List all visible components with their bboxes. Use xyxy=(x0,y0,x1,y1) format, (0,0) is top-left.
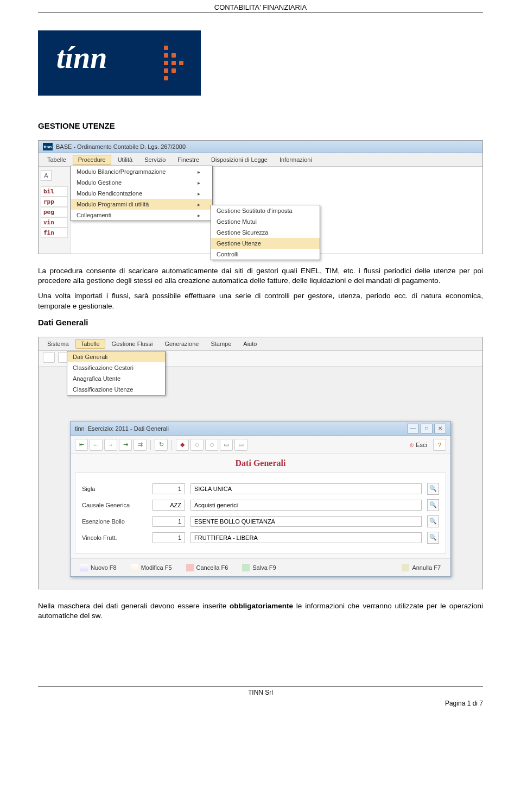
section-title-dati-generali: Dati Generali xyxy=(38,318,483,327)
desc-input[interactable] xyxy=(190,483,422,494)
dialog-toolbar: ⇤ ← → ⇥ ⇉ ↻ ◆ ◇ ◇ ▭ ▭ ⎋ Esci xyxy=(71,436,450,454)
menu-item[interactable]: Gestione Mutui xyxy=(211,216,320,227)
logo-dots-icon xyxy=(164,46,183,80)
lookup-icon[interactable]: 🔍 xyxy=(427,499,439,511)
footer-page-number: Pagina 1 di 7 xyxy=(38,700,483,707)
field-label: Causale Generica xyxy=(82,502,147,508)
sidebar-tabs: A bilrpppegvinfin xyxy=(39,167,71,254)
field-label: Sigla xyxy=(82,486,147,492)
nav-first-icon[interactable]: ⇤ xyxy=(75,439,88,451)
footer-button[interactable]: Annulla F7 xyxy=(397,562,445,573)
submenu-arrow-icon: ▸ xyxy=(198,212,200,218)
menu-item[interactable]: Sistema xyxy=(42,339,74,349)
footer-button[interactable]: Modifica F5 xyxy=(126,562,176,573)
menu-item[interactable]: Dati Generali xyxy=(67,351,165,362)
menu-item[interactable]: Modulo Gestione▸ xyxy=(71,177,212,188)
nav-jump-icon[interactable]: ⇉ xyxy=(134,439,147,451)
menu-item[interactable]: Anagrafica Utente xyxy=(67,373,165,384)
menu-item[interactable]: Procedure xyxy=(73,155,111,165)
menu-item[interactable]: Utilità xyxy=(112,155,138,165)
exit-button[interactable]: ⎋ Esci xyxy=(405,440,431,449)
dropdown-programmi-utilita: Gestione Sostituto d'impostaGestione Mut… xyxy=(211,205,320,260)
menu-item[interactable]: Gestione Sostituto d'imposta xyxy=(211,205,320,216)
menubar-2: SistemaTabelleGestione FlussiGenerazione… xyxy=(39,337,482,351)
menu-item[interactable]: Modulo Rendicontazione▸ xyxy=(71,188,212,199)
menu-item[interactable]: Informazioni xyxy=(274,155,317,165)
form-row: Sigla🔍 xyxy=(82,483,439,495)
lookup-icon[interactable]: 🔍 xyxy=(427,483,439,495)
tool-icon[interactable]: ◇ xyxy=(190,439,204,451)
menu-item[interactable]: Stampe xyxy=(205,339,237,349)
code-input[interactable] xyxy=(153,532,185,543)
refresh-icon[interactable]: ↻ xyxy=(155,439,168,451)
menu-item[interactable]: Finestre xyxy=(172,155,205,165)
nav-next-icon[interactable]: → xyxy=(104,439,117,451)
menu-item[interactable]: Controlli xyxy=(211,249,320,260)
footer-button[interactable]: Cancella F6 xyxy=(182,562,233,573)
sidebar-tab[interactable]: rpp xyxy=(41,197,68,207)
menu-item[interactable]: Disposizioni di Legge xyxy=(206,155,273,165)
menu-item[interactable]: Servizio xyxy=(139,155,171,165)
footer-button[interactable]: Salva F9 xyxy=(238,562,280,573)
tool-icon[interactable]: ▭ xyxy=(220,439,233,451)
screenshot-dati-generali: SistemaTabelleGestione FlussiGenerazione… xyxy=(38,337,483,589)
sidebar-tab[interactable]: bil xyxy=(41,186,68,197)
paragraph-dati-generali: Nella maschera dei dati generali devono … xyxy=(38,601,483,621)
app-icon: tinn xyxy=(43,143,53,150)
code-input[interactable] xyxy=(153,483,185,494)
dialog-heading: Dati Generali xyxy=(71,454,450,470)
nav-last-icon[interactable]: ⇥ xyxy=(119,439,132,451)
close-icon[interactable]: ✕ xyxy=(434,424,446,433)
menu-item[interactable]: Tabelle xyxy=(75,339,105,349)
desc-input[interactable] xyxy=(190,500,422,511)
code-input[interactable] xyxy=(153,516,185,527)
desc-input[interactable] xyxy=(190,532,422,543)
form-row: Esenzione Bollo🔍 xyxy=(82,515,439,527)
button-icon xyxy=(186,564,194,571)
field-label: Esenzione Bollo xyxy=(82,518,147,525)
menu-item[interactable]: Gestione Flussi xyxy=(106,339,158,349)
help-icon[interactable]: ? xyxy=(433,439,446,451)
maximize-icon[interactable]: □ xyxy=(421,424,433,433)
screenshot-menu-navigation: tinn BASE - Ordinamento Contabile D. Lgs… xyxy=(38,140,483,254)
menu-item[interactable]: Gestione Utenze xyxy=(211,238,320,249)
button-icon xyxy=(131,564,138,571)
menu-item[interactable]: Collegamenti▸ xyxy=(71,210,212,221)
app-icon: tinn xyxy=(75,425,85,432)
nav-prev-icon[interactable]: ← xyxy=(90,439,103,451)
menu-item[interactable]: Aiuto xyxy=(238,339,262,349)
lookup-icon[interactable]: 🔍 xyxy=(427,532,439,544)
tool-icon[interactable]: ◇ xyxy=(205,439,218,451)
menu-item[interactable]: Modulo Programmi di utilità▸ xyxy=(71,199,212,210)
dropdown-tabelle: Dati GeneraliClassificazione GestoriAnag… xyxy=(67,351,166,395)
footer-button[interactable]: Nuovo F8 xyxy=(76,562,121,573)
field-label: Vincolo Frutt. xyxy=(82,534,147,541)
window-titlebar: tinn BASE - Ordinamento Contabile D. Lgs… xyxy=(39,141,482,153)
toolbar-button[interactable] xyxy=(43,352,55,363)
sidebar-tab[interactable]: vin xyxy=(41,217,68,228)
sidebar-tab[interactable]: peg xyxy=(41,207,68,217)
menu-item[interactable]: Classificazione Gestori xyxy=(67,362,165,373)
button-icon xyxy=(402,564,409,571)
section-title-gestione-utenze: GESTIONE UTENZE xyxy=(38,121,483,130)
logo-text: tínn xyxy=(56,40,107,75)
menubar: TabelleProcedureUtilitàServizioFinestreD… xyxy=(39,153,482,167)
minimize-icon[interactable]: — xyxy=(407,424,419,433)
font-icon[interactable]: A xyxy=(41,170,52,181)
code-input[interactable] xyxy=(153,500,185,511)
tool-icon[interactable]: ◆ xyxy=(176,439,189,451)
form-row: Vincolo Frutt.🔍 xyxy=(82,532,439,544)
menu-item[interactable]: Modulo Bilancio/Programmazione▸ xyxy=(71,166,212,177)
dialog-footer: Nuovo F8Modifica F5Cancella F6Salva F9An… xyxy=(71,558,450,576)
paragraph-intro-1: La procedura consente di scaricare autom… xyxy=(38,266,483,286)
menu-item[interactable]: Generazione xyxy=(159,339,204,349)
form-area: Sigla🔍Causale Generica🔍Esenzione Bollo🔍V… xyxy=(75,473,446,554)
desc-input[interactable] xyxy=(190,516,422,527)
menu-item[interactable]: Gestione Sicurezza xyxy=(211,227,320,238)
menu-item[interactable]: Tabelle xyxy=(42,155,72,165)
lookup-icon[interactable]: 🔍 xyxy=(427,515,439,527)
form-row: Causale Generica🔍 xyxy=(82,499,439,511)
menu-item[interactable]: Classificazione Utenze xyxy=(67,384,165,395)
sidebar-tab[interactable]: fin xyxy=(41,228,68,238)
tool-icon[interactable]: ▭ xyxy=(234,439,247,451)
